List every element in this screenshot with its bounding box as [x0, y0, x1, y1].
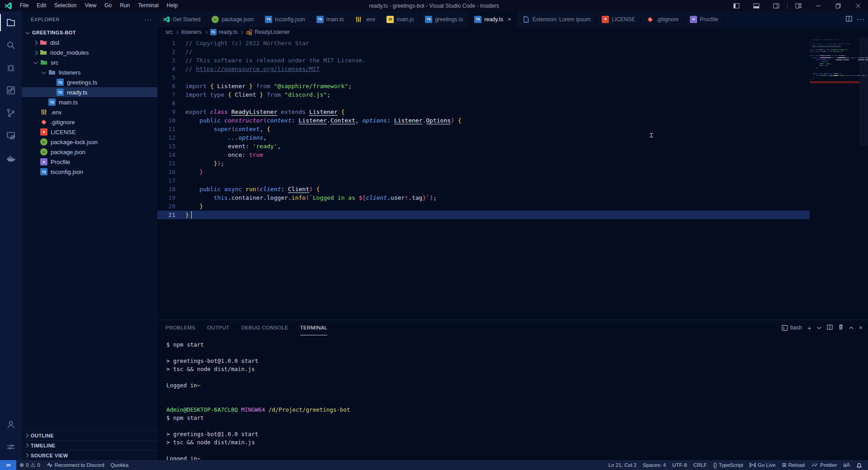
- tree-item-procfile[interactable]: HProcfile: [22, 157, 157, 167]
- status-prettier[interactable]: ✓✓Prettier: [808, 460, 840, 470]
- menu-selection[interactable]: Selection: [50, 0, 80, 11]
- status-problems[interactable]: ⊗0⚠0: [16, 460, 43, 470]
- minimize-button[interactable]: [808, 0, 828, 11]
- code-editor[interactable]: 1// Copyright (c) 2022 Northern Star2//3…: [157, 37, 868, 320]
- tab-main-js[interactable]: JSmain.js: [381, 11, 420, 27]
- restore-button[interactable]: [828, 0, 848, 11]
- breadcrumb-item-ready-ts[interactable]: TSready.ts: [210, 29, 238, 35]
- explorer-icon[interactable]: [0, 11, 22, 34]
- settings-icon[interactable]: [0, 436, 22, 458]
- menu-file[interactable]: File: [16, 0, 33, 11]
- tree-item-greetings-bot[interactable]: GREETINGS-BOT: [22, 28, 157, 38]
- tab-package-json[interactable]: jspackage.json: [206, 11, 259, 27]
- menu-help[interactable]: Help: [163, 0, 182, 11]
- breadcrumb-item-listeners[interactable]: listeners: [181, 29, 202, 35]
- tab-label: Extension: Lorem ipsum: [533, 16, 591, 23]
- sidebar-section-timeline[interactable]: TIMELINE: [22, 440, 157, 450]
- tree-item-license[interactable]: ✦LICENSE: [22, 127, 157, 137]
- status-cursor-position[interactable]: Ln 21, Col 2: [605, 460, 640, 470]
- breadcrumb-item-readylistener[interactable]: ReadyListener: [246, 29, 289, 35]
- status-quokka[interactable]: Quokka: [108, 460, 132, 470]
- status-encoding[interactable]: UTF-8: [669, 460, 690, 470]
- panel-tab-debug-console[interactable]: DEBUG CONSOLE: [241, 320, 288, 335]
- tree-item-greetings-ts[interactable]: TSgreetings.ts: [22, 77, 157, 87]
- tree-item-package-lock-json[interactable]: jspackage-lock.json: [22, 137, 157, 147]
- tree-item-listeners[interactable]: listeners: [22, 67, 157, 77]
- sidebar-section-source-view[interactable]: SOURCE VIEW: [22, 450, 157, 460]
- tab-extension-lorem-ipsum[interactable]: Extension: Lorem ipsum: [517, 11, 597, 27]
- status-label: 0: [26, 462, 28, 468]
- status-reload[interactable]: ⊞Reload: [779, 460, 808, 470]
- layout-panel-icon[interactable]: [746, 0, 766, 11]
- tab-get-started[interactable]: Get Started: [157, 11, 206, 27]
- tab-procfile[interactable]: HProcfile: [684, 11, 724, 27]
- split-terminal-icon[interactable]: [827, 324, 833, 331]
- customize-layout-icon[interactable]: [788, 0, 808, 11]
- status-spell-language[interactable]: aA: [840, 460, 853, 470]
- terminal-output[interactable]: $ npm start > greetings-bot@1.0.0 start>…: [157, 335, 868, 470]
- status-language-mode[interactable]: {}TypeScript: [710, 460, 746, 470]
- tab-ready-ts[interactable]: TSready.ts×: [469, 11, 517, 27]
- status-go-live[interactable]: Go Live: [746, 460, 779, 470]
- chevron-none-icon: [33, 111, 37, 114]
- tree-item-dist[interactable]: dist: [22, 38, 157, 47]
- more-actions-icon[interactable]: ···: [857, 15, 865, 24]
- docker-icon[interactable]: [0, 147, 22, 169]
- close-tab-icon[interactable]: ×: [508, 16, 511, 23]
- panel-tab-output[interactable]: OUTPUT: [207, 320, 229, 335]
- terminal-shell-picker[interactable]: bash: [782, 324, 802, 331]
- tab--env[interactable]: .env: [349, 11, 381, 27]
- debug-icon[interactable]: [0, 56, 22, 79]
- layout-secondary-sidebar-icon[interactable]: [766, 0, 786, 11]
- tree-item--env[interactable]: .env: [22, 107, 157, 117]
- sidebar-more-actions-icon[interactable]: ···: [144, 16, 152, 23]
- status-reconnect-discord[interactable]: Reconnect to Discord: [43, 460, 108, 470]
- layout-sidebar-icon[interactable]: [726, 0, 746, 11]
- tree-item-package-json[interactable]: jspackage.json: [22, 147, 157, 157]
- tab-license[interactable]: ✦LICENSE: [596, 11, 641, 27]
- menu-run[interactable]: Run: [116, 0, 134, 11]
- code-token: [185, 126, 214, 132]
- split-editor-icon[interactable]: [846, 15, 852, 24]
- tree-item-tsconfig-json[interactable]: TStsconfig.json: [22, 167, 157, 177]
- chevron-none-icon: [33, 141, 37, 144]
- menu-terminal[interactable]: Terminal: [134, 0, 162, 11]
- code-token: }: [185, 212, 189, 218]
- tree-item-node-modules[interactable]: node_modules: [22, 47, 157, 57]
- panel-tab-terminal[interactable]: TERMINAL: [300, 320, 328, 335]
- search-icon[interactable]: [0, 34, 22, 56]
- code-line-16: 16 }: [157, 168, 810, 176]
- tree-item-ready-ts[interactable]: TSready.ts: [22, 87, 157, 97]
- close-panel-icon[interactable]: ×: [859, 324, 863, 331]
- tab-greetings-ts[interactable]: TSgreetings.ts: [420, 11, 469, 27]
- status-eol[interactable]: CRLF: [690, 460, 710, 470]
- tree-item--gitignore[interactable]: .gitignore: [22, 117, 157, 127]
- menu-view[interactable]: View: [80, 0, 100, 11]
- source-control-icon[interactable]: [0, 102, 22, 124]
- new-terminal-icon[interactable]: +: [807, 324, 811, 332]
- close-window-button[interactable]: [848, 0, 868, 11]
- panel-tab-problems[interactable]: PROBLEMS: [165, 320, 195, 335]
- maximize-panel-icon[interactable]: [849, 324, 854, 331]
- tab-tsconfig-json[interactable]: TStsconfig.json: [259, 11, 311, 27]
- minimap[interactable]: // Copyright (c) 2022 Northern Star//// …: [810, 39, 859, 83]
- tab--gitignore[interactable]: .gitignore: [641, 11, 684, 27]
- chevron-open-icon: [33, 60, 38, 64]
- account-icon[interactable]: [0, 413, 22, 436]
- status-notifications[interactable]: [853, 460, 865, 470]
- editor-scrollbar[interactable]: [859, 37, 868, 146]
- code-token: ,: [259, 126, 267, 132]
- breadcrumb-item-src[interactable]: src: [165, 29, 173, 35]
- status-indentation[interactable]: Spaces: 4: [640, 460, 669, 470]
- kill-terminal-icon[interactable]: [838, 324, 844, 331]
- remote-indicator[interactable]: ><: [0, 460, 16, 470]
- sidebar-section-outline[interactable]: OUTLINE: [22, 430, 157, 440]
- menu-go[interactable]: Go: [100, 0, 116, 11]
- remote-explorer-icon[interactable]: [0, 124, 22, 147]
- terminal-dropdown-icon[interactable]: [817, 324, 821, 331]
- extensions-icon[interactable]: [0, 79, 22, 102]
- tree-item-main-ts[interactable]: TSmain.ts: [22, 97, 157, 107]
- menu-edit[interactable]: Edit: [33, 0, 50, 11]
- tab-main-ts[interactable]: TSmain.ts: [311, 11, 350, 27]
- tree-item-src[interactable]: src: [22, 57, 157, 67]
